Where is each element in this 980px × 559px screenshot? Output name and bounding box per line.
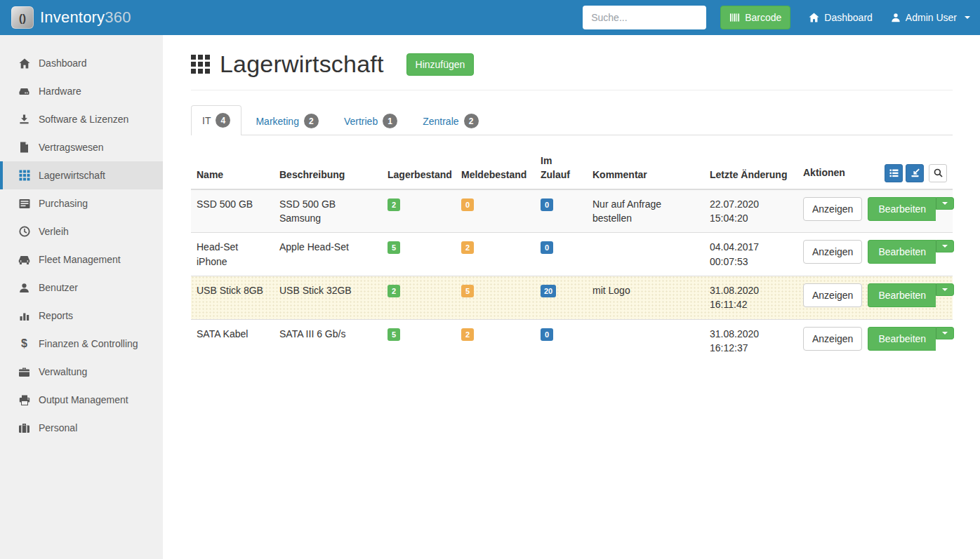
edit-dropdown-toggle[interactable] bbox=[936, 283, 954, 296]
tab-it[interactable]: IT 4 bbox=[191, 105, 241, 135]
brand-suffix: 360 bbox=[105, 8, 131, 26]
home-icon bbox=[18, 58, 30, 69]
item-name: USB Stick 8GB bbox=[191, 276, 274, 319]
edit-button[interactable]: Bearbeiten bbox=[868, 197, 936, 221]
reorder-badge: 0 bbox=[461, 198, 474, 211]
grid-icon bbox=[191, 55, 210, 74]
sidebar-item-verwaltung[interactable]: Verwaltung bbox=[0, 358, 163, 386]
edit-dropdown-toggle[interactable] bbox=[936, 197, 954, 210]
tab-marketing[interactable]: Marketing 2 bbox=[244, 106, 329, 135]
table-row: Head-Set iPhone Apple Head-Set 5 2 0 04.… bbox=[191, 233, 953, 276]
search-input[interactable] bbox=[583, 6, 706, 29]
inbound-badge: 0 bbox=[541, 198, 553, 211]
edit-dropdown-toggle[interactable] bbox=[936, 327, 954, 339]
barcode-icon bbox=[729, 13, 740, 22]
user-menu[interactable]: Admin User bbox=[891, 12, 970, 23]
export-icon bbox=[911, 168, 920, 177]
sidebar-item-label: Personal bbox=[39, 422, 77, 433]
change-date: 31.08.2020 bbox=[710, 283, 792, 297]
stock-badge: 2 bbox=[388, 285, 400, 297]
view-button[interactable]: Anzeigen bbox=[803, 283, 862, 307]
edit-button[interactable]: Bearbeiten bbox=[868, 240, 936, 264]
sidebar-item-label: Lagerwirtschaft bbox=[39, 170, 105, 181]
nav-dashboard-link[interactable]: Dashboard bbox=[809, 12, 873, 23]
user-icon bbox=[891, 13, 901, 22]
sidebar-item-label: Purchasing bbox=[39, 198, 88, 209]
edit-dropdown-toggle[interactable] bbox=[936, 240, 954, 252]
sidebar-item-purchasing[interactable]: Purchasing bbox=[0, 189, 163, 217]
item-name: SSD 500 GB bbox=[191, 189, 274, 233]
sidebar-item-reports[interactable]: Reports bbox=[0, 302, 163, 330]
sidebar-item-output-management[interactable]: Output Management bbox=[0, 386, 163, 414]
tab-vertrieb[interactable]: Vertrieb 1 bbox=[333, 106, 409, 135]
sidebar-item-label: Verwaltung bbox=[39, 366, 87, 377]
caret-down-icon bbox=[942, 245, 948, 248]
sidebar-item-dashboard[interactable]: Dashboard bbox=[0, 49, 163, 77]
reorder-badge: 2 bbox=[461, 328, 474, 341]
item-comment bbox=[587, 233, 704, 276]
inbound-badge: 0 bbox=[541, 328, 553, 341]
car-icon bbox=[18, 254, 30, 266]
table-row: SATA Kabel SATA III 6 Gb/s 5 2 0 31.08.2… bbox=[191, 319, 953, 362]
tab-label: Vertrieb bbox=[344, 116, 378, 127]
page-title: Lagerwirtschaft bbox=[220, 50, 384, 78]
edit-button[interactable]: Bearbeiten bbox=[868, 283, 936, 307]
column-header-comment: Kommentar bbox=[587, 150, 704, 189]
sidebar-item-hardware[interactable]: Hardware bbox=[0, 77, 163, 105]
bar-chart-icon bbox=[18, 310, 30, 322]
change-time: 16:12:37 bbox=[710, 341, 792, 355]
export-button[interactable] bbox=[906, 164, 924, 182]
caret-down-icon bbox=[942, 332, 948, 335]
sidebar-item-label: Software & Lizenzen bbox=[39, 114, 128, 125]
edit-button[interactable]: Bearbeiten bbox=[868, 327, 936, 351]
change-date: 22.07.2020 bbox=[710, 197, 792, 211]
table-row: USB Stick 8GB USB Stick 32GB 2 5 20 mit … bbox=[191, 276, 953, 319]
search-filter-button[interactable] bbox=[929, 164, 947, 182]
sidebar-item-vertragswesen[interactable]: Vertragswesen bbox=[0, 133, 163, 161]
item-name: SATA Kabel bbox=[191, 319, 274, 362]
change-time: 15:04:20 bbox=[710, 211, 792, 225]
column-header-reorder: Meldebestand bbox=[456, 150, 535, 189]
add-button[interactable]: Hinzufügen bbox=[406, 53, 475, 76]
dollar-icon: $ bbox=[18, 338, 30, 350]
sidebar-item-fleet-management[interactable]: Fleet Management bbox=[0, 245, 163, 274]
sidebar-item-label: Verleih bbox=[39, 226, 69, 237]
view-button[interactable]: Anzeigen bbox=[803, 327, 862, 351]
last-change: 31.08.2020 16:12:37 bbox=[704, 319, 797, 362]
sidebar-item-label: Benutzer bbox=[39, 282, 78, 293]
column-header-actions: Aktionen bbox=[797, 150, 953, 189]
list-view-button[interactable] bbox=[885, 164, 903, 182]
change-date: 04.04.2017 bbox=[710, 240, 792, 254]
sidebar-item-software-lizenzen[interactable]: Software & Lizenzen bbox=[0, 105, 163, 133]
item-description: SSD 500 GB Samsung bbox=[274, 189, 382, 233]
column-header-inbound: Im Zulauf bbox=[535, 150, 587, 189]
view-button[interactable]: Anzeigen bbox=[803, 197, 862, 221]
sidebar-item-verleih[interactable]: Verleih bbox=[0, 217, 163, 245]
tab-label: Zentrale bbox=[423, 116, 458, 127]
tab-zentrale[interactable]: Zentrale 2 bbox=[411, 106, 489, 135]
barcode-button[interactable]: Barcode bbox=[720, 6, 790, 29]
document-icon bbox=[18, 142, 30, 154]
sidebar-item-label: Reports bbox=[39, 310, 73, 321]
view-button[interactable]: Anzeigen bbox=[803, 240, 862, 264]
sidebar-item-personal[interactable]: Personal bbox=[0, 414, 163, 442]
sidebar-item-label: Vertragswesen bbox=[39, 142, 104, 153]
item-comment: Nur auf Anfrage bestellen bbox=[587, 189, 704, 233]
stock-table: Name Beschreibung Lagerbestand Meldebest… bbox=[191, 150, 953, 362]
item-description: SATA III 6 Gb/s bbox=[274, 319, 382, 362]
hdd-icon bbox=[18, 86, 30, 97]
sidebar-item-finanzen-controlling[interactable]: $ Finanzen & Controlling bbox=[0, 330, 163, 358]
download-icon bbox=[18, 114, 30, 126]
sidebar-item-label: Finanzen & Controlling bbox=[39, 338, 138, 349]
printer-icon bbox=[18, 394, 30, 406]
page-header: Lagerwirtschaft Hinzufügen bbox=[191, 50, 953, 78]
caret-down-icon bbox=[965, 16, 970, 19]
nav-dashboard-label: Dashboard bbox=[824, 12, 873, 23]
last-change: 31.08.2020 16:11:42 bbox=[704, 276, 797, 319]
sidebar-item-benutzer[interactable]: Benutzer bbox=[0, 274, 163, 302]
sidebar-item-lagerwirtschaft[interactable]: Lagerwirtschaft bbox=[0, 161, 163, 189]
brand[interactable]: () Inventory360 bbox=[11, 6, 131, 29]
tab-count-badge: 2 bbox=[464, 114, 479, 128]
caret-down-icon bbox=[942, 202, 948, 205]
sidebar-item-label: Hardware bbox=[39, 86, 81, 97]
